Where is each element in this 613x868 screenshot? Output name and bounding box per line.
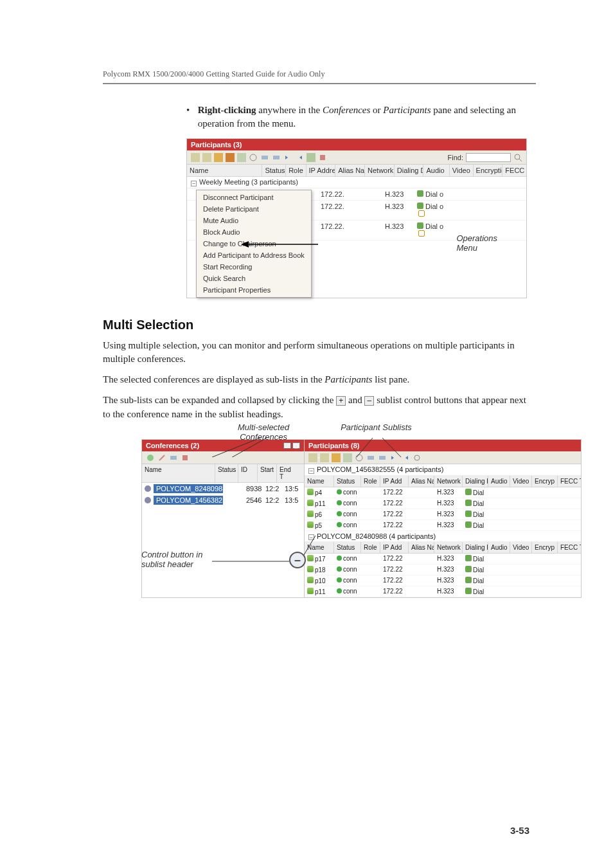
toolbar-icon[interactable] [249, 153, 258, 162]
collapse-icon[interactable]: – [191, 181, 197, 186]
cth-end[interactable]: End T [277, 464, 296, 482]
svg-line-11 [519, 159, 522, 161]
th-audio[interactable]: Audio [423, 165, 449, 176]
sth-status[interactable]: Status [334, 542, 361, 553]
sth-fecc[interactable]: FECC T [558, 476, 581, 487]
sth-video[interactable]: Video [510, 542, 532, 553]
toolbar-icon[interactable] [237, 153, 246, 162]
svg-line-15 [218, 438, 267, 457]
sth-role[interactable]: Role [361, 542, 380, 553]
sth-alias[interactable]: Alias Na [409, 542, 434, 553]
conference-row[interactable]: POLYCOM_145638255254612:213:5 [142, 494, 304, 506]
header-rule [103, 83, 536, 84]
sth-role[interactable]: Role [361, 476, 380, 487]
operations-menu-label: Operations Menu [456, 233, 497, 253]
sth-ip[interactable]: IP Add [380, 476, 409, 487]
participant-row[interactable]: p17conn172.22H.323Dial [305, 554, 581, 565]
cth-start[interactable]: Start [258, 464, 277, 482]
th-fecc[interactable]: FECC T [502, 165, 526, 176]
sublist-2-label: POLYCOM_82480988 (4 participants) [317, 532, 436, 540]
participant-row[interactable]: p11conn172.22H.323Dial [305, 498, 581, 509]
participant-row[interactable]: p6conn172.22H.323Dial [305, 509, 581, 520]
group-heading[interactable]: –Weekly Meeting (3 participants) [187, 177, 526, 188]
context-menu-item[interactable]: Delete Participant [197, 203, 311, 215]
sth-name[interactable]: Name [305, 476, 334, 487]
toolbar-icon[interactable] [226, 153, 235, 162]
sth-status[interactable]: Status [334, 476, 361, 487]
search-icon[interactable] [513, 153, 522, 162]
para-3: The sub-lists can be expanded and collap… [103, 393, 536, 422]
para-2: The selected conferences are displayed a… [103, 373, 536, 387]
participants-pane: Participants (8) –POLYCOM_1456382555 (4 … [305, 439, 582, 598]
collapse-icon[interactable]: – [308, 468, 314, 474]
toolbar-icon[interactable] [283, 153, 292, 162]
th-encryption[interactable]: Encryptio [474, 165, 503, 176]
sublist-1-label: POLYCOM_1456382555 (4 participants) [317, 466, 443, 473]
svg-rect-8 [306, 153, 315, 162]
bullet-lead: Right-clicking [198, 105, 256, 115]
toolbar-icon[interactable] [272, 153, 281, 162]
para2-b: Participants [324, 374, 372, 384]
para-1: Using multiple selection, you can monito… [103, 339, 536, 367]
screenshot-1-wrap: Participants (3) Find: [103, 138, 536, 298]
sth-ip[interactable]: IP Add [380, 542, 409, 553]
toolbar-icon[interactable] [318, 153, 327, 162]
find-input[interactable] [466, 153, 511, 162]
context-menu-item[interactable]: Participant Properties [197, 284, 311, 296]
minus-icon: – [364, 396, 374, 406]
participant-row[interactable]: p4conn172.22H.323Dial [305, 487, 581, 498]
sth-enc[interactable]: Encryp [532, 476, 558, 487]
th-ip[interactable]: IP Addres [306, 165, 336, 176]
context-menu-item[interactable]: Block Audio [197, 226, 311, 238]
th-status[interactable]: Status [262, 165, 286, 176]
context-menu-item[interactable]: Start Recording [197, 261, 311, 273]
th-role[interactable]: Role [286, 165, 306, 176]
svg-rect-2 [214, 153, 223, 162]
bullet-text-1: anywhere in the [256, 105, 323, 115]
magnify-connector [304, 536, 323, 555]
screenshot-2: Multi-selected Conferences Participant S… [141, 439, 553, 598]
sth-net[interactable]: Network [434, 476, 463, 487]
toolbar-icon[interactable] [191, 153, 200, 162]
toolbar-icon[interactable] [295, 153, 304, 162]
toolbar-icon[interactable] [260, 153, 269, 162]
sth-dial[interactable]: Dialing D [463, 542, 488, 553]
svg-rect-1 [202, 153, 211, 162]
panel-title: Participants (3) [187, 139, 526, 150]
sublist-heading-1[interactable]: –POLYCOM_1456382555 (4 participants) [305, 464, 581, 476]
participant-row[interactable]: p5conn172.22H.323Dial [305, 520, 581, 531]
context-menu-item[interactable]: Disconnect Participant [197, 192, 311, 203]
sth-video[interactable]: Video [510, 476, 532, 487]
context-menu-item[interactable]: Add Participant to Address Book [197, 249, 311, 261]
sublist-heading-2[interactable]: –POLYCOM_82480988 (4 participants) [305, 531, 581, 543]
th-network[interactable]: Network [365, 165, 395, 176]
th-name[interactable]: Name [187, 165, 262, 176]
sth-net[interactable]: Network [434, 542, 463, 553]
svg-rect-3 [226, 153, 235, 162]
sth-audio[interactable]: Audio [488, 542, 510, 553]
th-video[interactable]: Video [450, 165, 474, 176]
participant-row[interactable]: p11conn172.22H.323Dial [305, 586, 581, 597]
sth-fecc[interactable]: FECC T [558, 542, 581, 553]
cth-name[interactable]: Name [142, 464, 215, 482]
th-alias[interactable]: Alias Na [335, 165, 365, 176]
participant-row[interactable]: p18conn172.22H.323Dial [305, 565, 581, 575]
sth-dial[interactable]: Dialing D [463, 476, 488, 487]
toolbar-icon[interactable] [214, 153, 223, 162]
context-menu-item[interactable]: Quick Search [197, 273, 311, 284]
running-header: Polycom RMX 1500/2000/4000 Getting Start… [103, 69, 536, 79]
th-dialing[interactable]: Dialing Di [395, 165, 424, 176]
cth-status[interactable]: Status [215, 464, 238, 482]
multi-selection-heading: Multi Selection [103, 318, 536, 332]
participant-row[interactable]: p10conn172.22H.323Dial [305, 575, 581, 586]
sth-alias[interactable]: Alias Na [409, 476, 434, 487]
context-menu-item[interactable]: Mute Audio [197, 215, 311, 226]
conference-row[interactable]: POLYCOM_82480988893812:213:5 [142, 483, 304, 494]
svg-line-14 [212, 438, 260, 457]
svg-rect-0 [191, 153, 200, 162]
toolbar-icon[interactable] [202, 153, 211, 162]
sth-audio[interactable]: Audio [488, 476, 510, 487]
sth-enc[interactable]: Encryp [532, 542, 558, 553]
toolbar-icon[interactable] [306, 153, 315, 162]
cth-id[interactable]: ID [238, 464, 258, 482]
